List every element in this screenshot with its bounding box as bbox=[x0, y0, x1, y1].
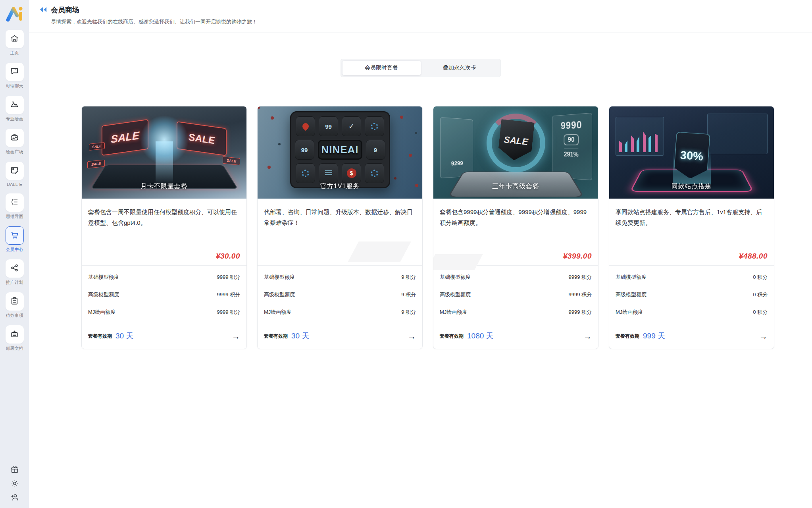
pin-key-icon bbox=[301, 122, 310, 131]
package-footer: 套餐有效期 1080 天 → bbox=[433, 324, 598, 349]
gallery-icon bbox=[10, 133, 19, 143]
sidebar-item-docs[interactable]: 部署文档 bbox=[6, 325, 24, 352]
package-image-title: 月卡不限量套餐 bbox=[82, 182, 246, 191]
sidebar-item-label: 部署文档 bbox=[6, 346, 23, 352]
sidebar-item-pro-paint[interactable]: 专业绘画 bbox=[6, 96, 24, 122]
main-area: 会员商场 尽情探索，欢迎光临我们的在线商店、感谢您选择我们、让我们一同开启愉悦的… bbox=[29, 0, 812, 508]
package-card-monthly[interactable]: SALE SALE SALE SALE SALE 月卡不限量套餐 套餐包含一周不… bbox=[81, 106, 247, 349]
clipboard-icon bbox=[10, 296, 19, 307]
sidebar-item-membership[interactable]: 会员中心 bbox=[6, 226, 24, 253]
spec-row: 基础模型额度9 积分 bbox=[264, 268, 416, 286]
image-edit-icon bbox=[10, 166, 19, 176]
package-card-3year[interactable]: 9299 9990 90 291% SALE 三年卡高级套餐 套餐包含9999积… bbox=[433, 106, 598, 349]
validity-label: 套餐有效期 bbox=[440, 333, 464, 340]
sale-badge: SALE bbox=[87, 160, 105, 169]
hud-panel: 9990 90 291% bbox=[552, 113, 592, 180]
spec-row: 高级模型额度9999 积分 bbox=[440, 286, 592, 303]
package-image: 99 ✓ 99 NINEAI 9 $ bbox=[258, 106, 422, 199]
spec-row: 基础模型额度9999 积分 bbox=[88, 268, 240, 286]
package-specs: 基础模型额度9 积分 高级模型额度9 积分 MJ绘画额度9 积分 bbox=[258, 265, 422, 324]
package-image: SALE SALE SALE SALE SALE 月卡不限量套餐 bbox=[82, 106, 246, 199]
package-image-title: 三年卡高级套餐 bbox=[433, 182, 598, 191]
spec-row: 高级模型额度0 积分 bbox=[616, 286, 768, 303]
spec-row: 高级模型额度9999 积分 bbox=[88, 286, 240, 303]
package-footer: 套餐有效期 30 天 → bbox=[258, 324, 422, 349]
sidebar-item-mindmap[interactable]: 思维导图 bbox=[6, 193, 24, 220]
sidebar-item-label: 主页 bbox=[10, 50, 19, 56]
package-specs: 基础模型额度9999 积分 高级模型额度9999 积分 MJ绘画额度9999 积… bbox=[433, 265, 598, 324]
package-card-site-build[interactable]: 30% 同款站点搭建 享同款站点搭建服务、专属官方售后、1v1客服支持、后续免费… bbox=[609, 106, 774, 349]
validity-value: 30 天 bbox=[291, 331, 309, 341]
theme-icon[interactable] bbox=[10, 479, 19, 488]
sidebar-item-label: 推广计划 bbox=[6, 280, 23, 286]
sidebar-item-label: 思维导图 bbox=[6, 214, 23, 220]
spec-row: MJ绘画额度9 积分 bbox=[264, 303, 416, 321]
validity-value: 999 天 bbox=[643, 331, 665, 341]
sidebar-item-label: 专业绘画 bbox=[6, 116, 23, 122]
sidebar-nav: 主页 对话聊天 专业绘画 绘画广场 DALL-E 思维导图 会员中心 推广计划 bbox=[6, 30, 24, 358]
validity-label: 套餐有效期 bbox=[616, 333, 639, 340]
invite-user-icon[interactable] bbox=[10, 493, 19, 502]
page-subtitle: 尽情探索，欢迎光临我们的在线商店、感谢您选择我们、让我们一同开启愉悦的购物之旅！ bbox=[51, 18, 802, 25]
package-card-1v1-service[interactable]: 99 ✓ 99 NINEAI 9 $ bbox=[257, 106, 423, 349]
validity-label: 套餐有效期 bbox=[88, 333, 112, 340]
mountain-icon bbox=[10, 100, 19, 110]
sidebar-footer bbox=[10, 465, 19, 508]
gift-icon[interactable] bbox=[10, 465, 19, 474]
sidebar: 主页 对话聊天 专业绘画 绘画广场 DALL-E 思维导图 会员中心 推广计划 bbox=[0, 0, 29, 508]
brand-text: NINEAI bbox=[318, 140, 362, 160]
sidebar-item-label: 会员中心 bbox=[6, 247, 23, 253]
sidebar-item-label: 对话聊天 bbox=[6, 83, 23, 89]
sidebar-item-label: 待办事项 bbox=[6, 313, 23, 319]
package-description: 享同款站点搭建服务、专属官方售后、1v1客服支持、后续免费更新。 bbox=[616, 207, 768, 248]
tab-permanent-cards[interactable]: 叠加永久次卡 bbox=[421, 61, 499, 75]
spec-row: MJ绘画额度9999 积分 bbox=[440, 303, 592, 321]
chat-icon bbox=[10, 67, 19, 77]
sidebar-item-gallery[interactable]: 绘画广场 bbox=[6, 129, 24, 155]
mindmap-icon bbox=[10, 197, 19, 208]
gear-key-icon bbox=[371, 170, 378, 177]
spec-row: 基础模型额度0 积分 bbox=[616, 268, 768, 286]
home-icon bbox=[10, 34, 19, 44]
cart-icon bbox=[10, 230, 19, 241]
package-image: 30% 同款站点搭建 bbox=[609, 106, 774, 199]
spec-row: MJ绘画额度9999 积分 bbox=[88, 303, 240, 321]
package-card-list: SALE SALE SALE SALE SALE 月卡不限量套餐 套餐包含一周不… bbox=[81, 106, 812, 349]
validity-label: 套餐有效期 bbox=[264, 333, 288, 340]
hud-value: 9299 bbox=[440, 117, 473, 178]
buy-arrow-icon[interactable]: → bbox=[408, 332, 416, 340]
sidebar-item-label: DALL-E bbox=[7, 182, 22, 187]
app-logo-icon[interactable] bbox=[4, 4, 25, 24]
document-icon bbox=[10, 329, 19, 340]
package-price: ¥488.00 bbox=[739, 252, 768, 261]
tab-limited-packages[interactable]: 会员限时套餐 bbox=[343, 61, 421, 75]
package-footer: 套餐有效期 999 天 → bbox=[609, 324, 774, 349]
package-specs: 基础模型额度0 积分 高级模型额度0 积分 MJ绘画额度0 积分 bbox=[609, 265, 774, 324]
collapse-back-icon[interactable] bbox=[39, 7, 47, 13]
gear-key-icon bbox=[302, 170, 309, 177]
package-description: 套餐包含9999积分普通额度、9999积分增强额度、9999积分绘画额度。 bbox=[440, 207, 592, 248]
buy-arrow-icon[interactable]: → bbox=[583, 332, 592, 340]
sidebar-item-todo[interactable]: 待办事项 bbox=[6, 292, 24, 319]
sidebar-item-chat[interactable]: 对话聊天 bbox=[6, 63, 24, 89]
spec-row: MJ绘画额度0 积分 bbox=[616, 303, 768, 321]
sidebar-item-home[interactable]: 主页 bbox=[6, 30, 24, 56]
sidebar-item-promotion[interactable]: 推广计划 bbox=[6, 259, 24, 286]
buy-arrow-icon[interactable]: → bbox=[759, 332, 768, 340]
package-specs: 基础模型额度9999 积分 高级模型额度9999 积分 MJ绘画额度9999 积… bbox=[82, 265, 246, 324]
page-title: 会员商场 bbox=[51, 5, 79, 15]
package-price: ¥399.00 bbox=[563, 252, 592, 261]
hud-value: 9990 bbox=[561, 119, 582, 131]
package-tabs: 会员限时套餐 叠加永久次卡 bbox=[341, 59, 501, 77]
page-header: 会员商场 尽情探索，欢迎光临我们的在线商店、感谢您选择我们、让我们一同开启愉悦的… bbox=[29, 0, 812, 33]
package-price: ¥30.00 bbox=[216, 252, 240, 261]
package-description: 套餐包含一周不限量使用任何模型额度积分、可以使用任意模型、包含gpt4.0。 bbox=[88, 207, 240, 248]
buy-arrow-icon[interactable]: → bbox=[232, 332, 240, 340]
validity-value: 1080 天 bbox=[467, 331, 494, 341]
package-image-title: 官方1V1服务 bbox=[258, 182, 422, 191]
gear-key-icon bbox=[371, 123, 378, 130]
hud-value: 90 bbox=[564, 134, 579, 145]
spec-row: 基础模型额度9999 积分 bbox=[440, 268, 592, 286]
grid-key-icon bbox=[325, 170, 332, 176]
sidebar-item-dalle[interactable]: DALL-E bbox=[6, 162, 24, 187]
